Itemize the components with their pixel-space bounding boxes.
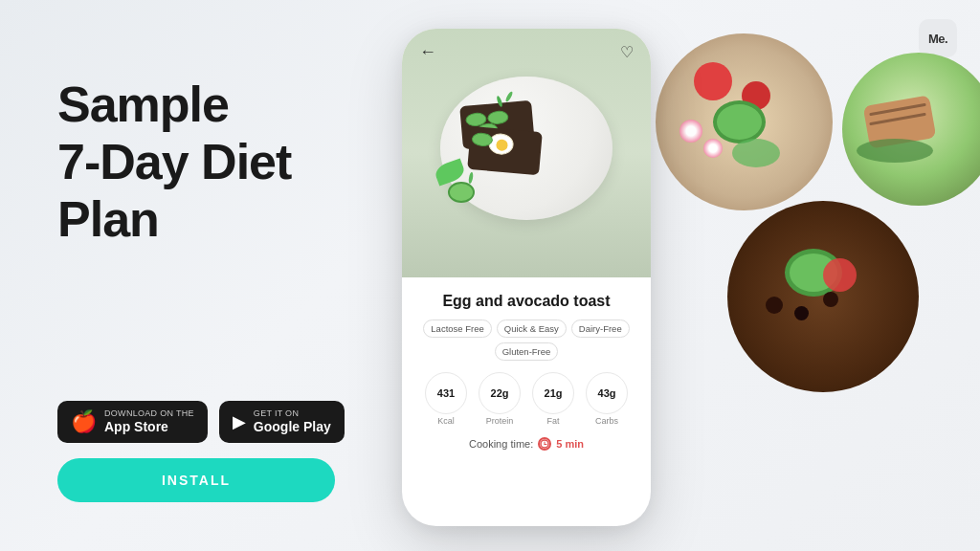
bean-2 [794,306,809,320]
carbs-label: Carbs [595,416,618,426]
kcal-label: Kcal [437,416,455,426]
egg [488,133,515,156]
app-logo: Me. [919,19,957,57]
phone-nav: ← ♡ [402,42,651,62]
main-title: Sample 7-Day Diet Plan [57,77,345,248]
appstore-text: Download on the App Store [104,408,194,435]
googleplay-button[interactable]: ▶ GET IT ON Google Play [219,401,345,443]
appstore-small-label: Download on the [104,408,194,419]
fat-circle: 21g [532,372,574,414]
play-icon: ▶ [233,413,246,430]
egg-yolk [496,139,508,151]
tag-dairy-free: Dairy-Free [571,320,630,338]
avo-on-bowl [713,100,766,143]
food-bg [402,29,651,277]
protein-circle: 22g [479,372,521,414]
googleplay-text: GET IT ON Google Play [254,408,331,435]
recipe-title: Egg and avocado toast [419,293,634,310]
phone-mockup: ← ♡ Egg and avocado toast Lactose Free Q… [402,29,651,526]
googleplay-small-label: GET IT ON [254,408,331,419]
tags-row: Lactose Free Quick & Easy Dairy-Free Glu… [419,320,634,361]
fat-label: Fat [546,416,559,426]
toast-2 [467,126,543,175]
bean-3 [823,292,838,307]
nutrition-row: 431 Kcal 22g Protein 21g Fat 43g Carbs [419,372,634,426]
tomato-bowl2 [823,258,857,292]
back-button[interactable]: ← [419,42,436,62]
protein-label: Protein [486,416,514,426]
nutrition-fat: 21g Fat [532,372,574,426]
store-buttons-row: 🍎 Download on the App Store ▶ GET IT ON … [57,401,345,443]
phone-content: Egg and avocado toast Lactose Free Quick… [402,277,651,462]
tag-quick-easy: Quick & Easy [497,320,567,338]
plate [440,77,612,220]
left-section: Sample 7-Day Diet Plan 🍎 Download on the… [57,77,345,502]
food-bowl-1 [656,33,833,210]
herb-1 [504,91,513,102]
nutrition-kcal: 431 Kcal [425,372,467,426]
tomato-1 [694,62,732,100]
googleplay-name: Google Play [254,419,331,435]
avocado-half [448,182,475,203]
appstore-button[interactable]: 🍎 Download on the App Store [57,401,208,443]
herb-3 [468,172,474,185]
clock-icon [538,437,551,451]
install-button[interactable]: INSTALL [57,458,335,502]
tag-gluten-free: Gluten-Free [495,342,559,361]
food-bowl-2 [727,201,919,392]
radish-1 [679,120,702,143]
cooking-time: Cooking time: 5 min [419,437,634,451]
greens-bowl3 [857,139,933,163]
phone-food-image: ← ♡ [402,29,651,277]
kcal-circle: 431 [425,372,467,414]
appstore-name: App Store [104,419,194,435]
nutrition-carbs: 43g Carbs [586,372,628,426]
apple-icon: 🍎 [71,411,97,432]
cooking-time-label: Cooking time: [469,438,533,450]
favorite-button[interactable]: ♡ [620,43,634,61]
nutrition-protein: 22g Protein [479,372,521,426]
bean-1 [766,297,783,314]
tag-lactose-free: Lactose Free [423,320,491,338]
cooking-time-value: 5 min [556,438,584,450]
carbs-circle: 43g [586,372,628,414]
greens-1 [732,139,780,167]
radish-2 [703,139,723,158]
